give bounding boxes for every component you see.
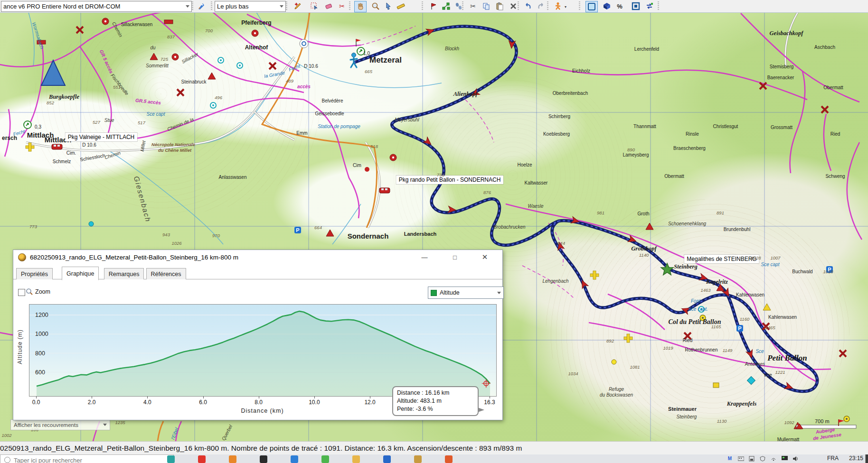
- search-icon: [4, 457, 10, 463]
- taskbar-app-icon[interactable]: [414, 455, 422, 463]
- track-file-icon: [18, 253, 26, 261]
- rocket-tool-icon[interactable]: [196, 1, 207, 11]
- zoom-tool-icon[interactable]: [370, 1, 381, 11]
- tray-display-icon[interactable]: [781, 455, 788, 462]
- tray-shield-icon[interactable]: [759, 455, 766, 462]
- undo-icon[interactable]: [522, 1, 534, 11]
- altitude-mode-combobox[interactable]: Le plus bas: [215, 1, 286, 12]
- taskbar-app-icon[interactable]: [291, 455, 298, 463]
- series-selector[interactable]: Altitude: [428, 287, 504, 299]
- x-axis-tick-label: 0.0: [32, 399, 40, 406]
- chart-y-axis-label: Altitude (m): [17, 314, 23, 380]
- altitude-mode-value: Le plus bas: [217, 3, 249, 10]
- taskbar-app-icon[interactable]: [321, 455, 329, 463]
- taskbar-app-icon[interactable]: [260, 455, 267, 463]
- x-axis-tick-label: 6.0: [199, 399, 207, 406]
- tray-save-icon[interactable]: [748, 455, 755, 462]
- svg-text:%: %: [617, 3, 623, 10]
- tab-proprietes[interactable]: Propriétés: [16, 268, 53, 280]
- x-axis-tick: [259, 396, 259, 398]
- show-overlays-label: Afficher les recouvrements: [14, 422, 78, 428]
- hiker-tool-icon[interactable]: [552, 1, 564, 11]
- language-indicator[interactable]: FRA: [827, 455, 839, 462]
- track-tool-icon[interactable]: [453, 1, 464, 11]
- chart-tooltip: Distance : 16.16 km Altitude: 483.1 m Pe…: [392, 386, 479, 416]
- cut-icon[interactable]: ✂: [467, 1, 479, 11]
- minimize-button[interactable]: —: [417, 251, 432, 263]
- chevron-down-icon: [103, 424, 107, 426]
- status-text: 0250913_rando_ELG_Metzeral_Petit-Ballon_…: [0, 444, 522, 453]
- measure-tool-icon[interactable]: [395, 1, 406, 11]
- x-axis-tick-label: 8.0: [255, 399, 263, 406]
- tab-graphique[interactable]: Graphique: [62, 267, 99, 280]
- svg-text:✂: ✂: [339, 2, 345, 10]
- taskbar-app-icon[interactable]: [229, 455, 236, 463]
- copy-icon[interactable]: [481, 1, 492, 11]
- tooltip-distance: Distance : 16.16 km: [397, 389, 474, 397]
- maximize-button[interactable]: □: [448, 251, 462, 263]
- x-axis-tick-label: 12.0: [364, 399, 375, 406]
- x-axis-tick-label: 10.0: [309, 399, 320, 406]
- svg-text:600: 600: [35, 369, 45, 376]
- show-overlays-dropdown[interactable]: Afficher les recouvrements: [10, 419, 110, 430]
- series-color-swatch: [431, 290, 437, 296]
- delete-icon[interactable]: [508, 1, 519, 11]
- chevron-down-icon: [497, 292, 501, 294]
- tray-app-icon[interactable]: M: [726, 455, 733, 462]
- draw-tool-icon[interactable]: [292, 1, 303, 11]
- slope-icon[interactable]: %: [614, 1, 625, 11]
- close-button[interactable]: ✕: [478, 251, 492, 263]
- application-window: PPPP PfeiferbergAltenhofMetzeralSillacke…: [0, 0, 868, 463]
- map-selector-combobox[interactable]: ance v6 PRO Entiere Nord et DROM-COM: [1, 1, 192, 12]
- refresh-map-icon[interactable]: [644, 1, 655, 11]
- main-toolbar: ance v6 PRO Entiere Nord et DROM-COM Le …: [0, 0, 868, 13]
- taskbar-app-icon[interactable]: [198, 455, 206, 463]
- svg-text:1000: 1000: [35, 331, 48, 337]
- system-tray[interactable]: M: [726, 455, 799, 462]
- show-desktop-button[interactable]: [865, 454, 868, 463]
- chevron-down-icon: [186, 5, 189, 8]
- series-selector-value: Altitude: [440, 289, 460, 296]
- center-map-icon[interactable]: [630, 1, 642, 11]
- clock[interactable]: 23:15: [849, 455, 863, 462]
- svg-text:800: 800: [35, 350, 45, 357]
- x-axis-tick: [370, 396, 370, 398]
- tab-remarques[interactable]: Remarques: [104, 268, 144, 280]
- map-scale-label: 700 m: [815, 418, 830, 424]
- taskbar-app-icon[interactable]: [167, 455, 175, 463]
- tray-volume-icon[interactable]: [792, 455, 799, 462]
- track-properties-dialog: 6820250913_rando_ELG_Metzeral_Petit-Ball…: [13, 250, 503, 420]
- x-axis-tick: [490, 396, 490, 398]
- taskbar-app-icon[interactable]: [445, 455, 453, 463]
- select-tool-icon[interactable]: [309, 1, 320, 11]
- taskbar-search-input[interactable]: Taper ici pour rechercher: [0, 454, 174, 463]
- x-axis-tick-label: 16.3: [484, 399, 495, 406]
- taskbar-app-icon[interactable]: [352, 455, 360, 463]
- tray-keyboard-icon[interactable]: [737, 455, 744, 462]
- search-placeholder: Taper ici pour rechercher: [14, 457, 82, 463]
- map-3d-icon[interactable]: [601, 1, 613, 11]
- windows-taskbar: Taper ici pour rechercher M FRA 23:15: [0, 454, 868, 463]
- route-tool-icon[interactable]: [440, 1, 452, 11]
- status-bar: 0250913_rando_ELG_Metzeral_Petit-Ballon_…: [0, 441, 868, 455]
- x-axis-tick: [203, 396, 204, 398]
- zoom-checkbox[interactable]: [18, 289, 25, 296]
- waypoint-tool-icon[interactable]: [427, 1, 439, 11]
- cut-track-tool-icon[interactable]: ✂: [336, 1, 348, 11]
- redo-icon[interactable]: [535, 1, 547, 11]
- paste-icon[interactable]: [494, 1, 505, 11]
- map-single-icon[interactable]: [585, 1, 598, 12]
- x-axis-tick-label: 2.0: [88, 399, 96, 406]
- magnifier-icon: [26, 288, 33, 297]
- elevation-profile-chart[interactable]: 60080010001200: [29, 304, 497, 397]
- x-axis-tick: [36, 396, 37, 398]
- svg-text:1200: 1200: [35, 312, 48, 318]
- map-selector-value: ance v6 PRO Entiere Nord et DROM-COM: [3, 3, 120, 10]
- tab-references[interactable]: Références: [146, 268, 186, 280]
- taskbar-app-icon[interactable]: [383, 455, 391, 463]
- eraser-tool-icon[interactable]: [323, 1, 334, 11]
- tray-network-icon[interactable]: [770, 455, 777, 462]
- pointer-tool-icon[interactable]: [383, 1, 394, 11]
- chevron-down-icon[interactable]: ▾: [565, 5, 566, 9]
- pan-tool-icon[interactable]: [354, 1, 367, 12]
